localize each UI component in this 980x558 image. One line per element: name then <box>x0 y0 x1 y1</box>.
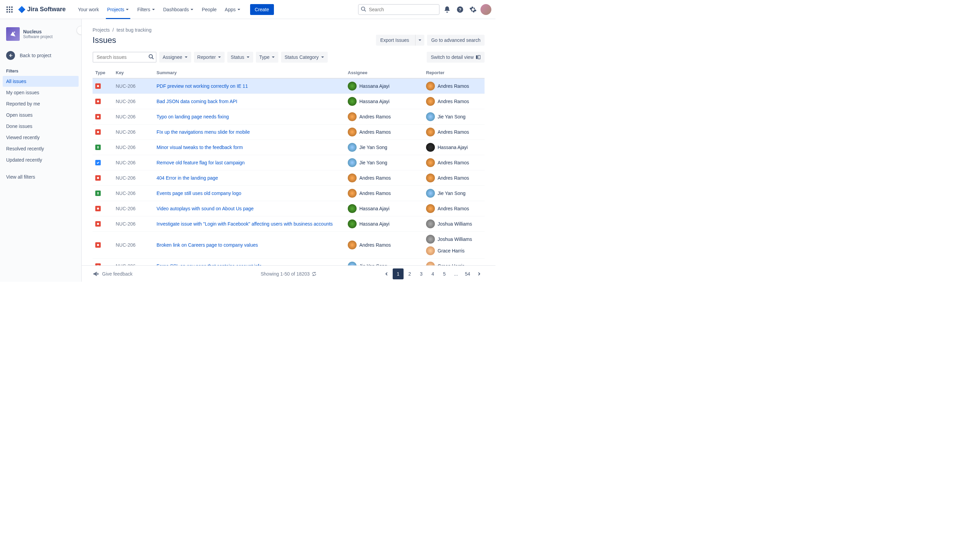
issue-summary[interactable]: Remove old feature flag for last campaig… <box>154 155 345 171</box>
breadcrumb-projects[interactable]: Projects <box>92 27 110 33</box>
filter-pill-status-category[interactable]: Status Category <box>281 52 327 62</box>
nav-dashboards[interactable]: Dashboards <box>159 0 198 19</box>
assignee-cell[interactable]: Hassana Ajayi <box>348 220 420 228</box>
jira-logo[interactable]: Jira Software <box>16 5 67 14</box>
issue-summary[interactable]: Events page still uses old company logo <box>154 186 345 201</box>
issue-key[interactable]: NUC-206 <box>113 125 154 140</box>
col-key[interactable]: Key <box>113 67 154 78</box>
issue-key[interactable]: NUC-206 <box>113 171 154 186</box>
create-button[interactable]: Create <box>250 4 274 15</box>
issue-summary[interactable]: PDF preview not working correctly on IE … <box>154 78 345 94</box>
issue-summary[interactable]: Video autoplays with sound on About Us p… <box>154 201 345 217</box>
col-type[interactable]: Type <box>92 67 113 78</box>
chevron-down-icon[interactable] <box>415 35 424 46</box>
table-row[interactable]: NUC-206 Minor visual tweaks to the feedb… <box>92 140 484 155</box>
assignee-cell[interactable]: Andres Ramos <box>348 112 420 121</box>
col-assignee[interactable]: Assignee <box>345 67 423 78</box>
filter-resolved-recently[interactable]: Resolved recently <box>3 143 79 154</box>
page-1[interactable]: 1 <box>393 268 404 279</box>
issue-summary[interactable]: 404 Error in the landing page <box>154 171 345 186</box>
page-54[interactable]: 54 <box>462 268 473 279</box>
table-row[interactable]: NUC-206 PDF preview not working correctl… <box>92 78 484 94</box>
table-row[interactable]: NUC-206 Typo on landing page needs fixin… <box>92 109 484 125</box>
page-5[interactable]: 5 <box>439 268 450 279</box>
reporter-cell[interactable]: Jie Yan Song <box>426 112 482 121</box>
reporter-cell[interactable]: Andres Ramos <box>426 158 482 167</box>
advanced-search-button[interactable]: Go to advanced search <box>427 35 484 46</box>
issue-key[interactable]: NUC-206 <box>113 186 154 201</box>
filter-all-issues[interactable]: All issues <box>3 76 79 87</box>
filter-open-issues[interactable]: Open issues <box>3 110 79 120</box>
reporter-cell[interactable]: Joshua Williams <box>426 220 482 228</box>
assignee-cell[interactable]: Andres Ramos <box>348 128 420 136</box>
issue-search-input[interactable] <box>92 52 156 62</box>
global-search[interactable] <box>358 4 440 15</box>
issue-key[interactable]: NUC-206 <box>113 201 154 217</box>
issue-summary[interactable]: Typo on landing page needs fixing <box>154 109 345 125</box>
filter-updated-recently[interactable]: Updated recently <box>3 154 79 165</box>
assignee-cell[interactable]: Andres Ramos <box>348 174 420 182</box>
assignee-cell[interactable]: Hassana Ajayi <box>348 204 420 213</box>
filter-done-issues[interactable]: Done issues <box>3 121 79 132</box>
issue-search[interactable] <box>92 52 156 62</box>
assignee-cell[interactable]: Andres Ramos <box>348 189 420 198</box>
profile-avatar[interactable] <box>481 4 491 15</box>
nav-apps[interactable]: Apps <box>221 0 245 19</box>
assignee-cell[interactable]: Jie Yan Song <box>348 158 420 167</box>
settings-icon[interactable] <box>468 4 478 15</box>
issue-key[interactable]: NUC-206 <box>113 109 154 125</box>
assignee-cell[interactable]: Hassana Ajayi <box>348 97 420 106</box>
table-row[interactable]: NUC-206 404 Error in the landing page An… <box>92 171 484 186</box>
page-3[interactable]: 3 <box>416 268 427 279</box>
reporter-cell[interactable]: Grace Harris <box>426 246 482 255</box>
export-issues-button[interactable]: Export Issues <box>376 35 424 46</box>
reporter-cell[interactable]: Andres Ramos <box>426 97 482 106</box>
issue-summary[interactable]: FIx up the navigations menu slide for mo… <box>154 125 345 140</box>
issue-summary[interactable]: Broken link on Careers page to company v… <box>154 232 345 259</box>
switch-view-button[interactable]: Switch to detail view <box>427 52 484 62</box>
reporter-cell[interactable]: Andres Ramos <box>426 128 482 136</box>
col-reporter[interactable]: Reporter <box>423 67 484 78</box>
refresh-icon[interactable] <box>312 271 317 276</box>
issue-key[interactable]: NUC-206 <box>113 140 154 155</box>
table-row[interactable]: NUC-206 FIx up the navigations menu slid… <box>92 125 484 140</box>
page-next[interactable] <box>474 268 484 279</box>
reporter-cell[interactable]: Joshua Williams <box>426 235 482 244</box>
project-header[interactable]: Nucleus Software project <box>3 27 79 48</box>
nav-filters[interactable]: Filters <box>133 0 159 19</box>
assignee-cell[interactable]: Hassana Ajayi <box>348 82 420 90</box>
issue-key[interactable]: NUC-206 <box>113 217 154 232</box>
assignee-cell[interactable]: Andres Ramos <box>348 241 420 249</box>
issue-key[interactable]: NUC-206 <box>113 259 154 266</box>
issue-summary[interactable]: Force SSL on any page that contains acco… <box>154 259 345 266</box>
assignee-cell[interactable]: Jie Yan Song <box>348 262 420 265</box>
assignee-cell[interactable]: Jie Yan Song <box>348 143 420 152</box>
filter-viewed-recently[interactable]: Viewed recently <box>3 132 79 143</box>
nav-projects[interactable]: Projects <box>103 0 133 19</box>
issue-summary[interactable]: Investigate issue with "Login with Faceb… <box>154 217 345 232</box>
reporter-cell[interactable]: Grace Harris <box>426 262 482 265</box>
table-row[interactable]: NUC-206 Force SSL on any page that conta… <box>92 259 484 266</box>
filter-my-open-issues[interactable]: My open issues <box>3 87 79 98</box>
help-icon[interactable]: ? <box>455 4 466 15</box>
reporter-cell[interactable]: Andres Ramos <box>426 204 482 213</box>
page-4[interactable]: 4 <box>427 268 438 279</box>
reporter-cell[interactable]: Hassana Ajayi <box>426 143 482 152</box>
reporter-cell[interactable]: Jie Yan Song <box>426 189 482 198</box>
filter-reported-by-me[interactable]: Reported by me <box>3 98 79 109</box>
search-input[interactable] <box>358 4 440 15</box>
view-all-filters[interactable]: View all filters <box>3 171 79 182</box>
app-switcher-icon[interactable] <box>4 4 15 15</box>
breadcrumb-current[interactable]: test bug tracking <box>117 27 151 33</box>
notifications-icon[interactable] <box>442 4 453 15</box>
table-row[interactable]: NUC-206 Remove old feature flag for last… <box>92 155 484 171</box>
filter-pill-status[interactable]: Status <box>227 52 253 62</box>
page-prev[interactable] <box>381 268 392 279</box>
filter-pill-assignee[interactable]: Assignee <box>159 52 191 62</box>
give-feedback[interactable]: Give feedback <box>92 271 133 277</box>
issue-key[interactable]: NUC-206 <box>113 94 154 109</box>
issue-key[interactable]: NUC-206 <box>113 155 154 171</box>
issue-key[interactable]: NUC-206 <box>113 232 154 259</box>
nav-your-work[interactable]: Your work <box>74 0 103 19</box>
table-row[interactable]: NUC-206 Video autoplays with sound on Ab… <box>92 201 484 217</box>
